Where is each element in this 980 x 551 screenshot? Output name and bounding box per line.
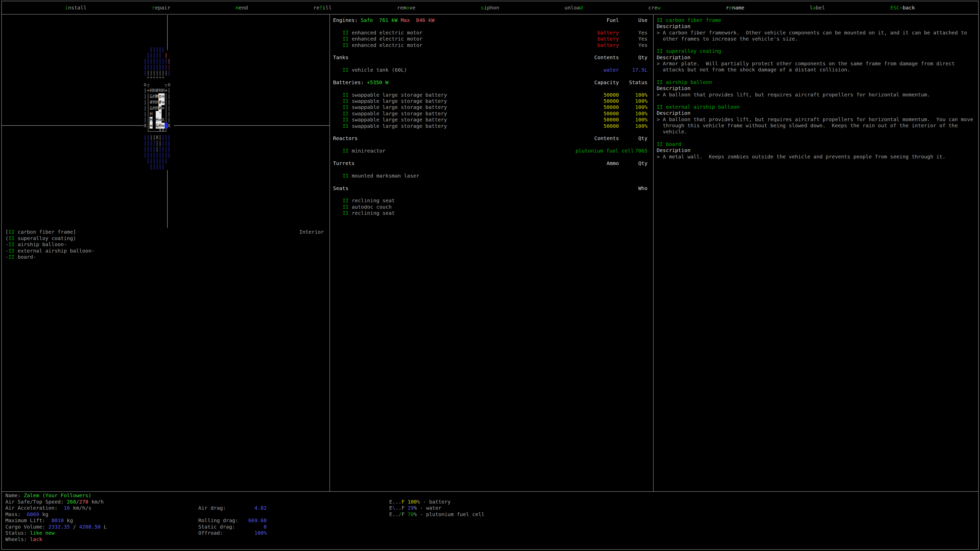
text-segment: kg xyxy=(39,511,48,517)
drag-stat-line: Rolling drag:669.68 xyxy=(198,517,267,524)
component-row: II swappable large storage battery500001… xyxy=(330,110,653,117)
menu-item-install[interactable]: install xyxy=(65,5,86,11)
vehicle-tile: H xyxy=(156,117,159,123)
text-segment: E.. xyxy=(389,511,398,517)
vehicle-tile: ┌ xyxy=(147,82,150,87)
text-segment: superalloy coating xyxy=(666,48,721,54)
component-col1 xyxy=(576,197,619,203)
vehicle-tile xyxy=(168,129,171,135)
vehicle-tile: | xyxy=(144,146,147,152)
menu-item-repair[interactable]: repair xyxy=(152,5,170,11)
vehicle-tile: | xyxy=(153,140,156,146)
text-segment: m xyxy=(235,5,239,11)
menu-item-label[interactable]: label xyxy=(810,5,825,11)
description-title: II board xyxy=(657,141,975,147)
menu-item-unload[interactable]: unload xyxy=(565,5,583,11)
vehicle-art-row: ||||||||| xyxy=(144,152,170,158)
vehicle-tile: ─ xyxy=(150,129,153,135)
vehicle-tile: | xyxy=(165,52,168,58)
menu-item-rename[interactable]: rename xyxy=(726,5,744,11)
vehicle-stats-bar: Name: Zalem (Your Followers)Air Safe/Top… xyxy=(2,491,978,549)
menu-item-crew[interactable]: crew xyxy=(648,5,660,11)
description-text: > A balloon that provides lift, but requ… xyxy=(657,116,975,135)
part-list-item: -II airship balloon- xyxy=(5,241,94,248)
component-col1: 50000 xyxy=(576,98,619,104)
text-segment: L xyxy=(100,524,107,530)
vehicle-tile: │ xyxy=(147,105,150,111)
component-name: II reclining seat xyxy=(342,197,576,203)
vehicle-tile: | xyxy=(162,140,165,146)
vehicle-tile: │ xyxy=(147,117,150,123)
text-segment: i xyxy=(65,5,68,11)
text-segment: II xyxy=(8,248,14,254)
vehicle-art-row: |│&HHo=│| xyxy=(144,94,170,99)
column-header: Who xyxy=(619,185,648,191)
menu-item-remove[interactable]: remove xyxy=(397,5,415,11)
section-title: Batteries: +5350 W xyxy=(333,79,576,86)
component-name: II minireactor xyxy=(342,148,576,154)
vehicle-tile: X xyxy=(168,123,171,129)
vehicle-tile: | xyxy=(165,70,168,76)
text-segment: km/h/s xyxy=(70,505,91,511)
vehicle-tile: | xyxy=(168,146,171,152)
blank-line xyxy=(330,166,653,172)
text-segment: II xyxy=(342,36,348,42)
vehicle-tile: | xyxy=(168,111,171,117)
component-col2: 100% xyxy=(619,117,648,123)
vehicle-tile: │ xyxy=(165,105,168,111)
vehicle-tile: | xyxy=(162,152,165,158)
component-row: II vehicle tank (60L)water17.5L xyxy=(330,67,653,73)
vehicle-tile: o xyxy=(159,94,162,99)
vehicle-tile: & xyxy=(150,105,153,111)
vehicle-tile: │ xyxy=(165,117,168,123)
text-segment: km/h xyxy=(88,499,103,505)
text-segment: autodoc couch xyxy=(348,204,392,210)
vehicle-tile: | xyxy=(156,70,159,76)
vehicle-art-row: |│H H=A│| xyxy=(144,117,170,123)
menu-item-esc-back[interactable]: ESC-back xyxy=(891,5,915,11)
vehicle-tile xyxy=(156,111,159,117)
vehicle-tile: | xyxy=(144,70,147,76)
vehicle-tile: H xyxy=(150,87,153,94)
vehicle-tile: | xyxy=(165,158,168,164)
section-title: Engines: Safe 761 kW Max 846 kW xyxy=(333,17,576,23)
menu-item-mend[interactable]: mend xyxy=(235,5,248,11)
vehicle-tile: │ xyxy=(156,140,159,146)
part-list-item: -II board- xyxy=(5,254,94,260)
menu-item-refill[interactable]: refill xyxy=(313,5,331,11)
column-header xyxy=(576,185,619,191)
vehicle-tile: | xyxy=(168,94,171,99)
text-segment: airship balloon- xyxy=(14,241,67,248)
vehicle-tile: | xyxy=(144,135,147,140)
text-segment: 70 xyxy=(407,511,414,517)
text-segment: II xyxy=(8,229,14,235)
vehicle-tile: | xyxy=(162,70,165,76)
vehicle-tile: | xyxy=(168,152,171,158)
description-label: Description xyxy=(657,54,975,60)
stat-line: Name: Zalem (Your Followers) xyxy=(5,492,107,499)
drag-label: Air drag: xyxy=(198,505,226,511)
vehicle-tile: | xyxy=(147,64,150,70)
vehicle-view-panel[interactable]: ||||| ||||| | ||||||||||||||||||||||||||… xyxy=(2,14,329,491)
section-header-engines: Engines: Safe 761 kW Max 846 kWFuelUse xyxy=(330,17,653,23)
component-name: II reclining seat xyxy=(342,210,576,216)
vehicle-tile: ┘ xyxy=(165,129,168,135)
component-col2: 100% xyxy=(619,92,648,98)
text-segment: external airship balloon xyxy=(666,104,740,110)
vehicle-ascii-art[interactable]: ||||| ||||| | ||||||||||||||||||||||||||… xyxy=(144,46,170,170)
vehicle-tile: H xyxy=(162,87,165,94)
text-segment: II xyxy=(657,141,666,147)
text-segment: kg xyxy=(64,517,73,524)
vehicle-tile: | xyxy=(159,158,162,164)
vehicle-tile: | xyxy=(156,46,159,52)
component-col1 xyxy=(576,204,619,210)
blank-line xyxy=(330,61,653,67)
part-list-item: [II carbon fiber frame] xyxy=(5,229,94,235)
text-segment: Wheels: xyxy=(5,536,30,542)
text-segment: re xyxy=(313,5,319,11)
vehicle-tile: + xyxy=(147,87,150,94)
text-segment: II xyxy=(8,241,14,248)
text-segment: II xyxy=(342,30,348,36)
text-segment: II xyxy=(657,48,666,54)
menu-item-siphon[interactable]: siphon xyxy=(481,5,499,11)
